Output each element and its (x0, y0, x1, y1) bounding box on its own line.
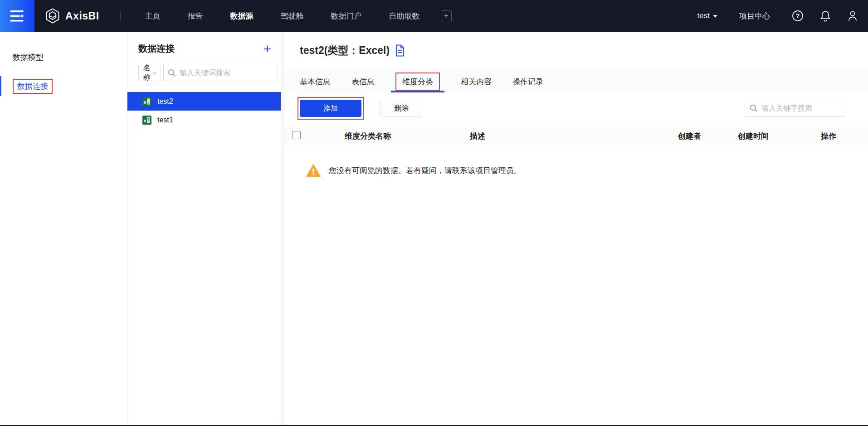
keyword-search-field (745, 100, 845, 117)
nav-item-selfservice[interactable]: 自助取数 (389, 11, 420, 21)
nav-item-home[interactable]: 主页 (145, 11, 161, 21)
tab-dimension-category[interactable]: 维度分类 (395, 71, 440, 92)
svg-text:x: x (144, 117, 147, 123)
nav-add-module-icon[interactable]: + (441, 10, 452, 21)
delete-button[interactable]: 删除 (380, 100, 422, 117)
tab-basic-info[interactable]: 基本信息 (300, 71, 331, 92)
empty-state-message: 您没有可阅览的数据。若有疑问，请联系该项目管理员。 (329, 165, 522, 176)
project-center-link[interactable]: 项目中心 (739, 11, 770, 21)
question-circle-icon: ? (792, 10, 804, 22)
connection-name: test1 (157, 116, 173, 124)
column-header-creator: 创建者 (678, 131, 738, 141)
user-menu-label: test (697, 11, 710, 20)
select-all-checkbox[interactable] (293, 131, 301, 139)
connections-panel: 数据连接 + 名称 (127, 32, 285, 425)
connection-search-field (163, 65, 278, 81)
annotation-red-box: 添加 (300, 100, 361, 117)
column-header-description: 描述 (470, 131, 678, 141)
nav-item-dataportal[interactable]: 数据门户 (331, 11, 362, 21)
main-content: test2(类型：Excel) 基本信息 表信息 维度分类 相关内容 (285, 32, 868, 425)
document-detail-icon[interactable] (395, 44, 405, 57)
search-icon (168, 69, 176, 77)
connection-name: test2 (157, 97, 173, 106)
annotation-red-box: 维度分类 (395, 73, 440, 91)
nav-item-datasource[interactable]: 数据源 (230, 11, 254, 21)
chevron-down-icon (713, 15, 717, 18)
nav-item-reports[interactable]: 报告 (188, 11, 203, 21)
search-icon (750, 104, 758, 112)
brand-name: AxisBI (65, 10, 99, 22)
left-sidebar: 数据模型 数据连接 (0, 32, 127, 425)
keyword-search-input[interactable] (761, 104, 840, 112)
annotation-red-box: 数据连接 (13, 79, 53, 94)
connection-list: x test2 x test1 (127, 92, 285, 129)
panel-title: 数据连接 (138, 43, 175, 55)
tab-table-info[interactable]: 表信息 (351, 71, 375, 92)
warning-icon (306, 164, 321, 177)
nav-item-cockpit[interactable]: 驾驶舱 (281, 11, 304, 21)
bell-icon (820, 10, 831, 22)
page-title: test2(类型：Excel) (300, 44, 390, 58)
detail-tabs: 基本信息 表信息 维度分类 相关内容 操作记录 (285, 71, 868, 92)
svg-text:?: ? (796, 12, 800, 19)
svg-text:x: x (144, 99, 147, 104)
excel-file-icon: x (142, 116, 151, 125)
account-button[interactable] (847, 10, 858, 22)
help-button[interactable]: ? (792, 10, 804, 22)
excel-file-icon: x (142, 97, 151, 106)
column-header-actions: 操作 (821, 131, 868, 141)
tab-operation-log[interactable]: 操作记录 (512, 71, 543, 92)
person-icon (847, 10, 858, 22)
hamburger-icon (10, 10, 25, 22)
chevron-down-icon (153, 71, 156, 75)
brand[interactable]: AxisBI (44, 8, 99, 24)
sidebar-item-data-connection[interactable]: 数据连接 (0, 75, 127, 97)
user-menu[interactable]: test (697, 11, 717, 20)
sidebar-item-label: 数据模型 (13, 52, 44, 63)
tab-related-content[interactable]: 相关内容 (461, 71, 492, 92)
nav-divider (120, 11, 121, 21)
toolbar: 添加 删除 (285, 95, 868, 121)
column-header-created-time: 创建时间 (738, 131, 821, 141)
connection-item-test2[interactable]: x test2 (127, 92, 285, 111)
filter-field-value: 名称 (143, 63, 153, 82)
column-header-name: 维度分类名称 (345, 131, 470, 141)
hamburger-menu-button[interactable] (0, 0, 34, 32)
add-button[interactable]: 添加 (300, 100, 361, 117)
table-header-row: 维度分类名称 描述 创建者 创建时间 操作 (285, 127, 868, 145)
empty-state: 您没有可阅览的数据。若有疑问，请联系该项目管理员。 (285, 164, 868, 177)
page-layout: 数据模型 数据连接 数据连接 + 名称 (0, 32, 868, 425)
connection-search-input[interactable] (180, 69, 273, 77)
connection-item-test1[interactable]: x test1 (127, 111, 285, 129)
filter-field-select[interactable]: 名称 (138, 65, 161, 81)
add-connection-button[interactable]: + (263, 44, 275, 54)
notifications-button[interactable] (820, 10, 831, 22)
top-navbar: AxisBI 主页 报告 数据源 驾驶舱 数据门户 自助取数 + test 项目… (0, 0, 868, 32)
sidebar-item-data-model[interactable]: 数据模型 (0, 46, 127, 68)
axisbi-logo-icon (44, 8, 61, 24)
